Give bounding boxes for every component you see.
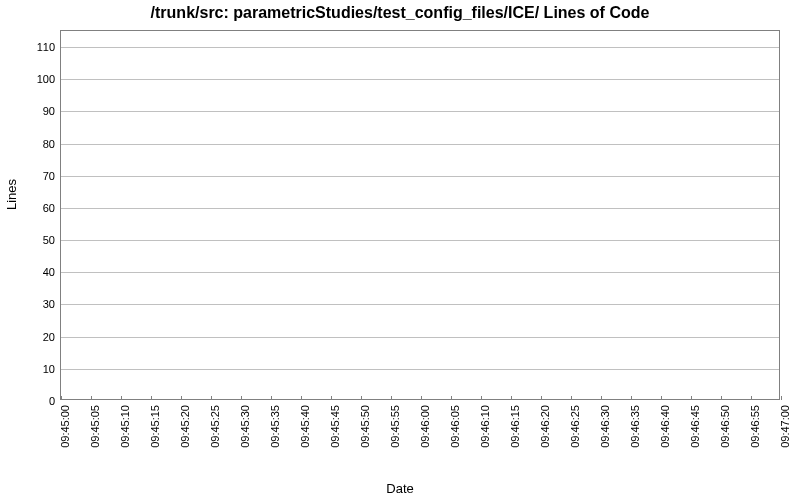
plot-area: 010203040506070809010011009:45:0009:45:0… bbox=[60, 30, 780, 400]
x-tick-mark bbox=[391, 396, 392, 400]
y-tick-label: 70 bbox=[25, 170, 55, 182]
x-tick-mark bbox=[571, 396, 572, 400]
x-tick-label: 09:46:45 bbox=[689, 405, 701, 448]
x-tick-mark bbox=[481, 396, 482, 400]
x-tick-mark bbox=[301, 396, 302, 400]
x-tick-mark bbox=[91, 396, 92, 400]
x-tick-mark bbox=[61, 396, 62, 400]
x-tick-mark bbox=[241, 396, 242, 400]
x-tick-label: 09:45:50 bbox=[359, 405, 371, 448]
chart-container: /trunk/src: parametricStudies/test_confi… bbox=[0, 0, 800, 500]
x-tick-mark bbox=[331, 396, 332, 400]
y-tick-label: 100 bbox=[25, 73, 55, 85]
y-tick-label: 30 bbox=[25, 298, 55, 310]
x-tick-label: 09:46:05 bbox=[449, 405, 461, 448]
x-tick-label: 09:45:30 bbox=[239, 405, 251, 448]
x-tick-mark bbox=[691, 396, 692, 400]
x-tick-label: 09:45:55 bbox=[389, 405, 401, 448]
x-tick-label: 09:45:00 bbox=[59, 405, 71, 448]
x-tick-label: 09:46:10 bbox=[479, 405, 491, 448]
y-tick-label: 20 bbox=[25, 331, 55, 343]
gridline bbox=[61, 111, 779, 112]
x-tick-mark bbox=[361, 396, 362, 400]
x-tick-label: 09:46:00 bbox=[419, 405, 431, 448]
x-tick-mark bbox=[151, 396, 152, 400]
x-tick-label: 09:45:10 bbox=[119, 405, 131, 448]
gridline bbox=[61, 304, 779, 305]
gridline bbox=[61, 208, 779, 209]
y-tick-label: 60 bbox=[25, 202, 55, 214]
x-tick-mark bbox=[121, 396, 122, 400]
x-tick-label: 09:45:25 bbox=[209, 405, 221, 448]
x-tick-label: 09:46:25 bbox=[569, 405, 581, 448]
x-tick-mark bbox=[211, 396, 212, 400]
x-tick-mark bbox=[421, 396, 422, 400]
gridline bbox=[61, 369, 779, 370]
x-tick-label: 09:46:15 bbox=[509, 405, 521, 448]
x-tick-label: 09:46:30 bbox=[599, 405, 611, 448]
x-tick-label: 09:45:15 bbox=[149, 405, 161, 448]
x-tick-label: 09:45:05 bbox=[89, 405, 101, 448]
gridline bbox=[61, 79, 779, 80]
gridline bbox=[61, 176, 779, 177]
gridline bbox=[61, 272, 779, 273]
y-tick-label: 50 bbox=[25, 234, 55, 246]
x-tick-mark bbox=[751, 396, 752, 400]
x-tick-mark bbox=[721, 396, 722, 400]
gridline bbox=[61, 144, 779, 145]
x-tick-label: 09:46:40 bbox=[659, 405, 671, 448]
x-tick-mark bbox=[271, 396, 272, 400]
x-tick-label: 09:45:40 bbox=[299, 405, 311, 448]
x-tick-label: 09:46:35 bbox=[629, 405, 641, 448]
x-tick-label: 09:46:55 bbox=[749, 405, 761, 448]
x-tick-label: 09:45:45 bbox=[329, 405, 341, 448]
chart-title: /trunk/src: parametricStudies/test_confi… bbox=[0, 4, 800, 22]
x-tick-mark bbox=[781, 396, 782, 400]
y-tick-label: 10 bbox=[25, 363, 55, 375]
gridline bbox=[61, 337, 779, 338]
x-tick-label: 09:47:00 bbox=[779, 405, 791, 448]
gridline bbox=[61, 240, 779, 241]
x-tick-mark bbox=[181, 396, 182, 400]
y-tick-label: 40 bbox=[25, 266, 55, 278]
y-tick-label: 0 bbox=[25, 395, 55, 407]
x-tick-mark bbox=[541, 396, 542, 400]
x-tick-label: 09:46:20 bbox=[539, 405, 551, 448]
x-tick-mark bbox=[451, 396, 452, 400]
x-tick-label: 09:45:35 bbox=[269, 405, 281, 448]
x-tick-mark bbox=[601, 396, 602, 400]
y-tick-label: 110 bbox=[25, 41, 55, 53]
gridline bbox=[61, 47, 779, 48]
x-tick-mark bbox=[511, 396, 512, 400]
x-tick-label: 09:45:20 bbox=[179, 405, 191, 448]
x-tick-mark bbox=[631, 396, 632, 400]
y-tick-label: 80 bbox=[25, 138, 55, 150]
x-tick-label: 09:46:50 bbox=[719, 405, 731, 448]
y-tick-label: 90 bbox=[25, 105, 55, 117]
x-tick-mark bbox=[661, 396, 662, 400]
x-axis-label: Date bbox=[0, 481, 800, 496]
y-axis-label: Lines bbox=[4, 179, 19, 210]
